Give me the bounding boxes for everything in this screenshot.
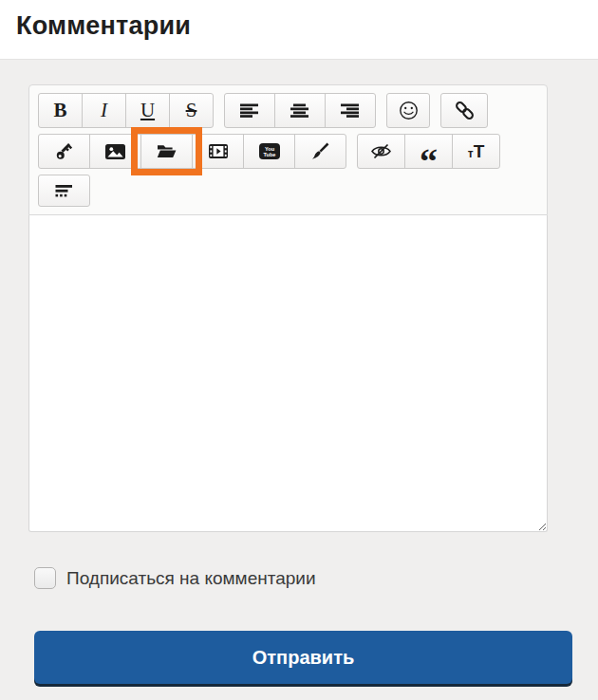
emoticon-button[interactable] [386,93,430,128]
underline-button[interactable]: U [125,93,170,128]
editor-toolbar: B I U S [28,84,548,215]
toolbar-row-2: YouTube [38,134,538,169]
subscribe-row: Подписаться на комментарии [34,567,598,589]
align-group [224,93,376,128]
subscribe-checkbox[interactable] [34,567,56,589]
align-left-icon [240,103,259,118]
film-icon [209,144,228,158]
strikethrough-label: S [186,101,197,120]
youtube-icon: YouTube [259,143,280,159]
page-title: Комментарии [16,11,598,41]
page-header: Комментарии [0,0,598,59]
align-center-icon [290,103,309,118]
brush-button[interactable] [294,134,346,169]
svg-text:You: You [264,146,274,152]
video-button[interactable] [192,134,244,169]
submit-button[interactable]: Отправить [34,631,572,684]
text-size-icon: тT [468,141,485,162]
key-button[interactable] [38,134,90,169]
comment-textarea[interactable] [28,215,548,532]
svg-text:Tube: Tube [263,152,275,157]
bold-label: B [53,101,66,120]
text-style-group: B I U S [38,93,214,128]
italic-label: I [101,101,107,120]
smiley-icon [399,101,419,120]
image-button[interactable] [89,134,141,169]
cut-icon [55,184,73,198]
align-center-button[interactable] [274,93,326,128]
folder-button[interactable] [140,134,193,169]
align-right-button[interactable] [325,93,376,128]
link-icon [455,101,475,120]
toolbar-row-3 [38,175,538,207]
quote-button[interactable]: “ [404,134,453,169]
youtube-button[interactable]: YouTube [243,134,295,169]
align-left-button[interactable] [224,93,275,128]
brush-icon [311,142,329,160]
toolbar-row-1: B I U S [38,93,538,128]
comment-editor: B I U S [28,84,548,532]
subscribe-label[interactable]: Подписаться на комментарии [66,568,316,589]
align-right-icon [341,103,360,118]
cut-button[interactable] [38,175,90,207]
media-group: YouTube [38,134,346,169]
key-icon [55,142,74,161]
folder-icon [157,143,177,159]
bold-button[interactable]: B [38,93,83,128]
underline-label: U [140,101,155,120]
image-icon [105,144,125,159]
link-button[interactable] [440,93,488,128]
text-size-button[interactable]: тT [452,134,500,169]
eye-slash-icon [370,143,392,159]
strikethrough-button[interactable]: S [169,93,214,128]
hidden-text-button[interactable] [357,134,405,169]
italic-button[interactable]: I [82,93,126,128]
format-extra-group: “ тT [357,134,500,169]
comments-panel: B I U S [0,59,598,700]
